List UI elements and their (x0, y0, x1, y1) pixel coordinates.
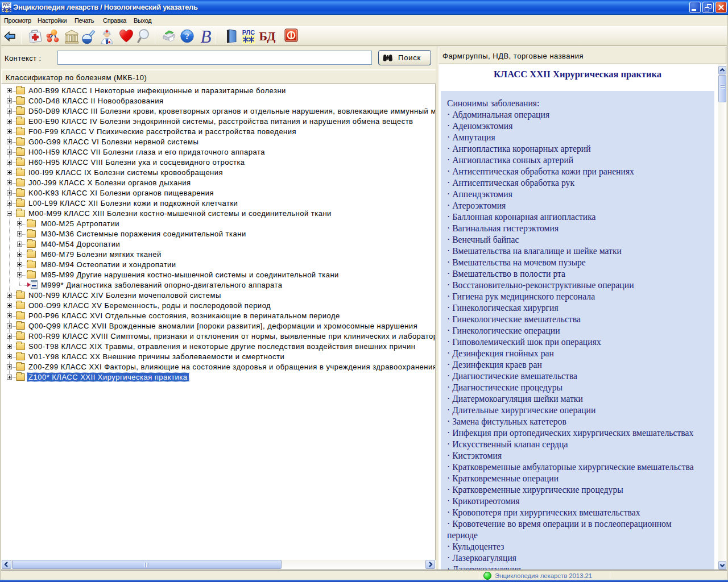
svg-text:БД: БД (259, 29, 276, 43)
svg-text:РЛС: РЛС (242, 29, 255, 36)
svg-text:B: B (201, 28, 212, 45)
svg-text:?: ? (185, 32, 189, 41)
